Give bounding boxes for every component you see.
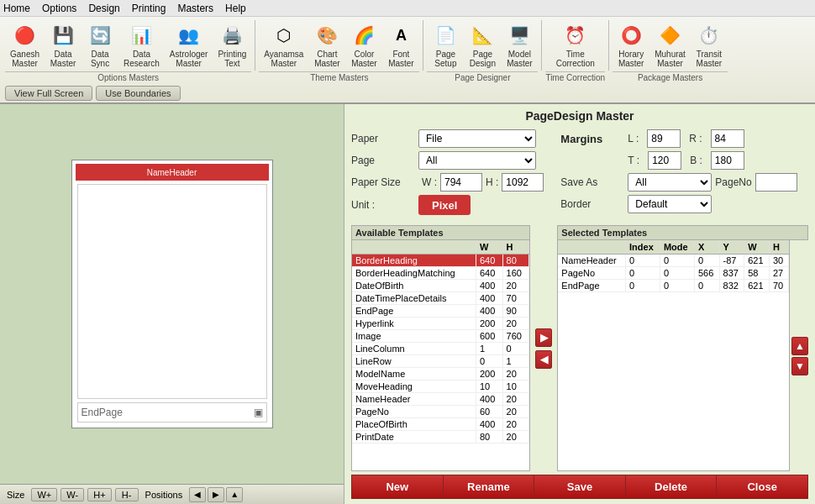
menu-home[interactable]: Home (3, 3, 30, 14)
horary-icon: ⭕ (618, 22, 644, 49)
close-btn[interactable]: Close (716, 475, 808, 499)
chart-master-btn[interactable]: 🎨 ChartMaster (308, 20, 345, 70)
horary-master-btn[interactable]: ⭕ HoraryMaster (613, 20, 649, 70)
menu-printing[interactable]: Printing (132, 3, 166, 14)
remove-template-btn[interactable]: ◀ (535, 350, 552, 369)
margin-b-input[interactable] (711, 151, 744, 170)
rename-btn[interactable]: Rename (443, 475, 534, 499)
new-btn[interactable]: New (351, 475, 443, 499)
unit-pixel-btn[interactable]: Pixel (418, 195, 471, 215)
available-template-row[interactable]: Hyperlink20020 (352, 318, 529, 330)
use-boundaries-btn[interactable]: Use Boundaries (96, 86, 180, 101)
menu-design[interactable]: Design (88, 3, 119, 14)
time-correction-icon: ⏰ (562, 22, 589, 49)
font-master-icon: A (387, 22, 414, 49)
available-template-row[interactable]: Image600760 (352, 330, 529, 343)
ganesh-master-btn[interactable]: 🔴 GaneshMaster (5, 20, 45, 70)
model-master-btn[interactable]: 🖥️ ModelMaster (501, 20, 538, 70)
menu-masters[interactable]: Masters (177, 3, 213, 14)
ayanamsa-btn[interactable]: ⬡ AyanamsaMaster (259, 20, 308, 70)
view-full-screen-btn[interactable]: View Full Screen (5, 86, 92, 101)
available-template-row[interactable]: NameHeader40020 (352, 393, 529, 406)
available-template-row[interactable]: DateOfBirth40020 (352, 280, 529, 292)
printing-text-icon: 🖨️ (218, 22, 245, 49)
margins-row2: T : B : (560, 151, 797, 170)
available-template-row[interactable]: LineRow01 (352, 355, 529, 368)
chart-master-icon: 🎨 (313, 22, 340, 49)
paper-label: Paper (351, 133, 418, 144)
page-no-input[interactable] (755, 173, 797, 192)
transfer-buttons: ▶ ◀ (534, 225, 554, 471)
menu-help[interactable]: Help (225, 3, 246, 14)
updown-buttons: ▲ ▼ (791, 240, 808, 471)
available-template-row[interactable]: BorderHeadingMatching640160 (352, 267, 529, 280)
time-correction-btn[interactable]: ⏰ TimeCorrection (551, 20, 600, 70)
save-as-select[interactable]: All (628, 173, 712, 192)
sel-col-mode: Mode (660, 240, 694, 255)
available-template-row[interactable]: ModelName20020 (352, 368, 529, 381)
nav-left-btn[interactable]: ◀ (189, 487, 206, 502)
data-sync-btn[interactable]: 🔄 DataSync (82, 20, 118, 70)
height-input[interactable] (502, 173, 544, 192)
data-master-btn[interactable]: 💾 DataMaster (45, 20, 82, 70)
page-setup-icon: 📄 (432, 22, 459, 49)
h-minus-btn[interactable]: H- (115, 488, 139, 501)
color-master-btn[interactable]: 🌈 ColorMaster (345, 20, 382, 70)
transit-master-btn[interactable]: ⏱️ TransitMaster (691, 20, 728, 70)
margin-l-input[interactable] (647, 129, 681, 148)
delete-btn[interactable]: Delete (625, 475, 717, 499)
sep3 (541, 20, 542, 71)
add-template-btn[interactable]: ▶ (535, 328, 552, 347)
move-down-btn[interactable]: ▼ (791, 357, 808, 375)
page-design-label: PageDesign (470, 50, 496, 68)
paper-size-label: Paper Size (351, 176, 418, 188)
w-plus-btn[interactable]: W+ (31, 488, 57, 501)
available-template-row[interactable]: PlaceOfBirth40020 (352, 418, 529, 431)
selected-template-row[interactable]: PageNo005668375827 (558, 267, 788, 280)
options-masters-group: 🔴 GaneshMaster 💾 DataMaster 🔄 DataSync 📊… (5, 20, 251, 82)
move-up-btn[interactable]: ▲ (791, 337, 808, 355)
font-master-btn[interactable]: A FontMaster (382, 20, 419, 70)
nav-controls: ◀ ▶ ▲ (189, 487, 243, 502)
menu-bar: Home Options Design Printing Masters Hel… (0, 0, 815, 17)
available-template-row[interactable]: BorderHeading64080 (352, 255, 529, 267)
width-input[interactable] (440, 173, 482, 192)
model-master-label: ModelMaster (507, 50, 533, 68)
selected-templates-title: Selected Templates (557, 225, 808, 240)
font-master-label: FontMaster (388, 50, 414, 68)
available-templates-table[interactable]: W H BorderHeading64080BorderHeadingMatch… (351, 240, 530, 471)
save-as-label: Save As (560, 176, 628, 188)
margins-label: Margins (560, 133, 619, 145)
selected-templates-table[interactable]: Index Mode X Y W H NameHeader000-8762130… (557, 240, 790, 471)
printing-text-btn[interactable]: 🖨️ PrintingText (213, 20, 251, 70)
w-minus-btn[interactable]: W- (60, 488, 84, 501)
selected-template-row[interactable]: EndPage00083262170 (558, 280, 788, 292)
data-research-btn[interactable]: 📊 DataResearch (118, 20, 165, 70)
ayanamsa-label: AyanamsaMaster (264, 50, 303, 68)
margin-t-input[interactable] (648, 151, 681, 170)
ganesh-label: GaneshMaster (10, 50, 39, 68)
nav-up-btn[interactable]: ▲ (226, 487, 243, 502)
border-select[interactable]: Default (628, 195, 712, 213)
selected-template-row[interactable]: NameHeader000-8762130 (558, 255, 788, 267)
muhurat-master-btn[interactable]: 🔶 MuhuratMaster (649, 20, 691, 70)
page-design-btn[interactable]: 📐 PageDesign (464, 20, 501, 70)
available-template-row[interactable]: PrintDate8020 (352, 431, 529, 444)
available-template-row[interactable]: MoveHeading1010 (352, 381, 529, 393)
toolbar: 🔴 GaneshMaster 💾 DataMaster 🔄 DataSync 📊… (0, 17, 815, 104)
margin-r-input[interactable] (711, 129, 744, 148)
astrologer-master-btn[interactable]: 👥 AstrologerMaster (165, 20, 213, 70)
page-select[interactable]: All (418, 151, 536, 170)
available-template-row[interactable]: DateTimePlaceDetails40070 (352, 292, 529, 305)
save-btn[interactable]: Save (534, 475, 625, 499)
nav-right-btn[interactable]: ▶ (208, 487, 224, 502)
paper-select[interactable]: File (418, 129, 536, 148)
available-template-row[interactable]: LineColumn10 (352, 343, 529, 355)
available-template-row[interactable]: PageNo6020 (352, 406, 529, 418)
page-setup-btn[interactable]: 📄 PageSetup (427, 20, 464, 70)
paper-size-row: Paper Size W : H : (351, 173, 544, 192)
available-template-row[interactable]: EndPage40090 (352, 305, 529, 318)
h-plus-btn[interactable]: H+ (87, 488, 111, 501)
menu-options[interactable]: Options (42, 3, 76, 14)
muhurat-label: MuhuratMaster (655, 50, 686, 68)
